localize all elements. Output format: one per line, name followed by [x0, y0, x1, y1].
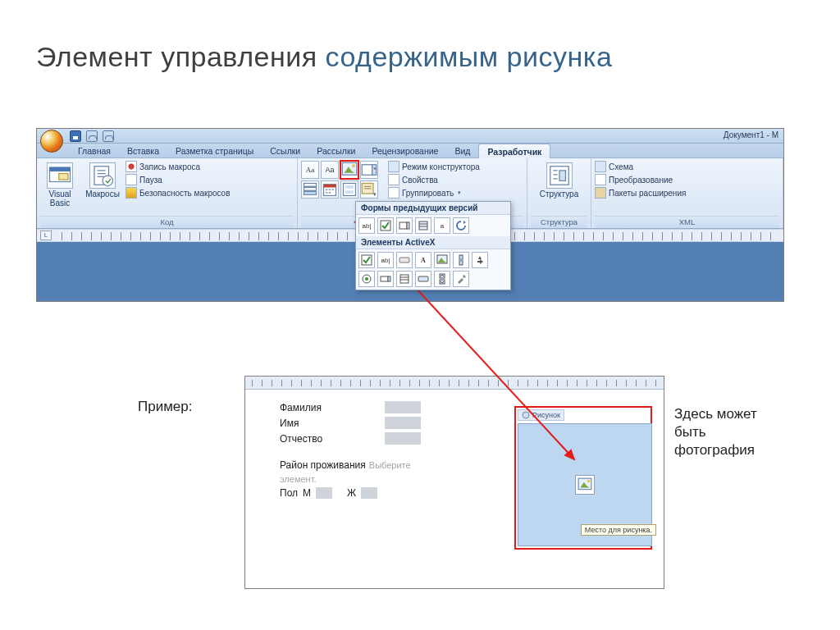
legacy-dropdown-icon[interactable] [396, 217, 413, 234]
ax-listbox-icon[interactable] [396, 271, 413, 287]
ax-textbox-icon[interactable]: ab| [377, 252, 394, 268]
ax-tools-icon[interactable] [453, 271, 469, 287]
ax-label-icon[interactable]: A [415, 252, 431, 268]
svg-point-42 [523, 412, 529, 418]
flyout-section-legacy: Формы предыдущих версий [356, 202, 510, 215]
richtext-control-icon[interactable]: Aa [301, 161, 319, 179]
ax-button-icon[interactable] [396, 252, 413, 268]
save-icon[interactable] [70, 130, 81, 142]
lastname-label: Фамилия [280, 402, 378, 413]
combobox-control-icon[interactable] [360, 161, 378, 179]
picture-control-tab[interactable]: Рисунок [518, 409, 564, 421]
svg-rect-34 [381, 276, 388, 281]
group-structure-label: Структура [531, 216, 587, 228]
ax-scrollbar-icon[interactable] [453, 252, 469, 268]
svg-rect-36 [400, 275, 409, 283]
legacy-reset-icon[interactable] [453, 217, 469, 234]
svg-rect-12 [304, 192, 317, 195]
svg-point-33 [365, 277, 368, 281]
gender-f-checkbox[interactable] [361, 487, 377, 499]
security-icon [126, 187, 137, 199]
visual-basic-label: Visual Basic [40, 189, 80, 208]
legacy-checkbox-icon[interactable] [377, 217, 394, 234]
group-xml-label: XML [595, 216, 779, 228]
macros-button[interactable]: Макросы [83, 161, 122, 199]
svg-rect-1 [50, 167, 71, 171]
svg-rect-31 [459, 258, 463, 262]
flyout-section-activex: Элементы ActiveX [356, 236, 510, 249]
picture-control-area[interactable]: Место для рисунка. [518, 423, 652, 546]
pause-button[interactable]: Пауза [126, 174, 231, 185]
svg-point-7 [352, 164, 355, 167]
svg-point-4 [103, 176, 113, 186]
picture-control-icon[interactable] [340, 161, 358, 179]
tab-selector-icon[interactable]: L [40, 231, 52, 240]
properties-icon [388, 174, 399, 185]
tab-references[interactable]: Ссылки [262, 144, 308, 158]
ribbon-tabs: Главная Вставка Разметка страницы Ссылки… [37, 144, 783, 158]
record-icon [126, 161, 137, 172]
legacy-frame-icon[interactable] [415, 217, 431, 234]
ax-checkbox-icon[interactable] [358, 252, 375, 268]
macros-label: Макросы [83, 189, 122, 199]
legacy-shading-icon[interactable]: a [434, 217, 450, 234]
patronymic-field[interactable] [385, 432, 421, 445]
legacy-text-icon[interactable]: ab| [358, 217, 375, 234]
tab-developer[interactable]: Разработчик [478, 144, 550, 158]
firstname-field[interactable] [385, 417, 421, 429]
ax-more-icon[interactable] [472, 252, 488, 268]
group-icon [388, 187, 399, 199]
properties-button[interactable]: Свойства [388, 174, 480, 185]
title-part1: Элемент управления [36, 41, 317, 72]
dropdown-control-icon[interactable] [301, 180, 319, 199]
gender-f-label: Ж [347, 487, 356, 499]
expansion-button[interactable]: Пакеты расширения [595, 187, 686, 199]
svg-rect-22 [407, 222, 409, 229]
transform-button[interactable]: Преобразование [595, 174, 686, 185]
datepicker-control-icon[interactable] [321, 180, 339, 199]
tab-view[interactable]: Вид [446, 144, 478, 158]
legacy-tools-icon[interactable]: ▾ [360, 180, 378, 199]
text-control-icon[interactable]: Aa [321, 161, 339, 179]
ax-toggle-icon[interactable] [415, 271, 431, 287]
tab-mailings[interactable]: Рассылки [308, 144, 363, 158]
ax-image-icon[interactable] [434, 252, 450, 268]
gender-m-label: М [303, 487, 311, 499]
ax-option-icon[interactable] [358, 271, 375, 287]
buildingblock-control-icon[interactable] [340, 180, 358, 199]
tab-insert[interactable]: Вставка [119, 144, 167, 158]
design-mode-button[interactable]: Режим конструктора [388, 161, 480, 172]
form-screenshot: Фамилия Имя Отчество Район проживанияВыб… [244, 376, 664, 589]
firstname-label: Имя [280, 418, 378, 429]
undo-icon[interactable] [86, 130, 98, 142]
slide-title: Элемент управления содержимым рисунка [36, 41, 612, 73]
tab-review[interactable]: Рецензирование [363, 144, 446, 158]
gender-label: Пол [280, 487, 298, 499]
region-hint1[interactable]: Выберите [369, 460, 411, 470]
structure-button[interactable]: Структура [535, 161, 584, 199]
svg-rect-11 [304, 188, 317, 191]
schema-button[interactable]: Схема [595, 161, 686, 172]
lastname-field[interactable] [385, 401, 421, 413]
office-button[interactable] [40, 130, 63, 153]
gender-m-checkbox[interactable] [316, 487, 332, 499]
svg-rect-9 [372, 165, 377, 176]
region-hint2: элемент. [280, 474, 317, 484]
visual-basic-button[interactable]: Visual Basic [40, 161, 80, 208]
ax-spin-icon[interactable] [434, 271, 450, 287]
svg-rect-23 [419, 221, 427, 230]
macro-security-button[interactable]: Безопасность макросов [126, 187, 231, 199]
group-structure: Структура Структура [527, 158, 591, 228]
title-part2: содержимым рисунка [326, 41, 613, 72]
tab-home[interactable]: Главная [70, 144, 119, 158]
svg-rect-8 [362, 165, 372, 176]
redo-icon[interactable] [103, 130, 114, 142]
group-button[interactable]: Группировать▾ [388, 187, 480, 199]
record-macro-button[interactable]: Запись макроса [126, 161, 231, 172]
quick-access-toolbar: Документ1 - M [37, 129, 783, 144]
pause-icon [126, 174, 137, 185]
structure-icon [546, 162, 573, 189]
controls-grid: Aa Aa [301, 161, 378, 199]
tab-pagelayout[interactable]: Разметка страницы [167, 144, 262, 158]
ax-combobox-icon[interactable] [377, 271, 394, 287]
